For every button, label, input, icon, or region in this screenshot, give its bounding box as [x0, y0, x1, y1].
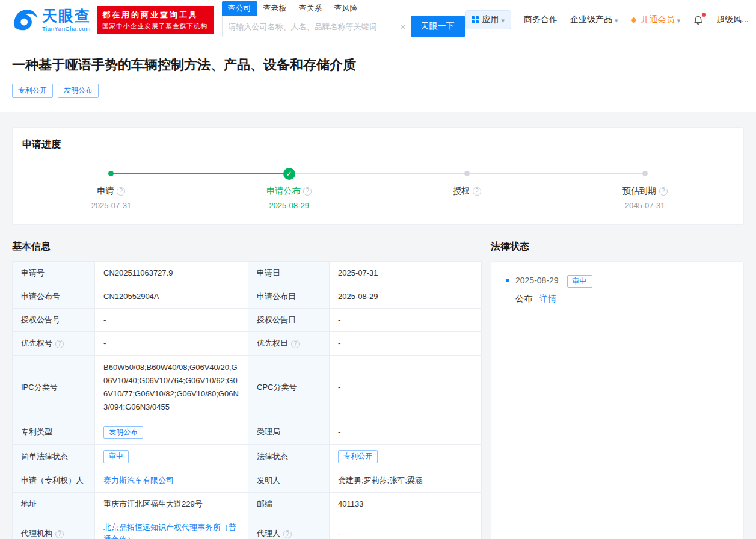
ipc-classification-value: B60W50/08;B60W40/08;G06V40/20;G06V10/40;…: [103, 363, 239, 411]
nav-enterprise[interactable]: 企业级产品: [570, 14, 618, 25]
progress-timeline: 申请 2025-07-31 申请公布 2025-08-29 授权: [22, 168, 734, 210]
table-row: 简单法律状态 审中 法律状态 专利公开: [13, 445, 482, 469]
help-icon[interactable]: [117, 187, 125, 196]
step-date: 2045-07-31: [625, 201, 665, 210]
simple-legal-status-tag: 审中: [103, 450, 129, 463]
table-row: IPC分类号 B60W50/08;B60W40/08;G06V40/20;G06…: [13, 356, 482, 420]
step-label: 预估到期: [622, 186, 656, 197]
step-label: 授权: [453, 186, 470, 197]
nav-apps[interactable]: 应用: [465, 10, 512, 29]
nav-vip-label: 开通会员: [641, 14, 675, 25]
main-content: 基本信息 申请号 CN202511063727.9 申请日 2025-07-31…: [12, 241, 744, 539]
patent-type-tag: 发明公布: [103, 426, 143, 439]
step-date: -: [466, 201, 468, 210]
step-label: 申请公布: [266, 186, 300, 197]
page: { "header": { "logo": { "name": "天眼查", "…: [0, 0, 756, 539]
legal-status-heading: 法律状态: [491, 241, 744, 253]
nav-vip[interactable]: 开通会员: [631, 14, 681, 25]
logo[interactable]: 天眼查 TianYanCha.com: [12, 8, 91, 32]
help-icon[interactable]: [659, 187, 668, 196]
field-value: -: [103, 315, 106, 324]
tianyancha-logo-icon: [12, 8, 38, 32]
basic-info-table: 申请号 CN202511063727.9 申请日 2025-07-31 申请公布…: [12, 261, 482, 539]
applicant-link[interactable]: 赛力斯汽车有限公司: [103, 476, 174, 485]
table-row: 授权公告号 - 授权公告日 -: [13, 308, 482, 331]
tab-search-risk[interactable]: 查风险: [328, 1, 364, 16]
field-value: -: [338, 427, 340, 436]
search-block: 查公司 查老板 查关系 查风险 × 天眼一下: [222, 2, 465, 37]
field-label: 申请公布号: [21, 292, 60, 301]
tab-search-relation[interactable]: 查关系: [293, 1, 328, 16]
inventors-value: 龚建勇;罗莉莎;张军;梁涵: [338, 476, 423, 485]
patent-title-section: 一种基于哑语手势的车辆控制方法、产品、设备和存储介质 专利公开 发明公布: [0, 40, 756, 112]
search-button[interactable]: 天眼一下: [411, 16, 465, 37]
help-icon[interactable]: [55, 530, 64, 538]
help-icon[interactable]: [291, 340, 300, 348]
nav-cooperation[interactable]: 商务合作: [524, 14, 558, 25]
step-label: 申请: [97, 186, 114, 197]
tab-search-company[interactable]: 查公司: [222, 1, 257, 16]
chevron-down-icon: [612, 15, 618, 25]
top-nav: 应用 商务合作 企业级产品 开通会员 超级风...: [465, 10, 749, 29]
table-row: 地址 重庆市江北区福生大道229号 邮编 401133: [13, 492, 482, 516]
tab-search-boss[interactable]: 查老板: [257, 1, 293, 16]
legal-status-tag: 专利公开: [338, 450, 378, 463]
table-row: 优先权号 - 优先权日 -: [13, 332, 482, 356]
field-label: 申请公布日: [257, 292, 296, 301]
help-icon[interactable]: [55, 340, 64, 348]
table-row: 申请公布号 CN120552904A 申请公布日 2025-08-29: [13, 285, 482, 308]
field-value: -: [338, 339, 340, 348]
table-row: 专利类型 发明公布 受理局 -: [13, 420, 482, 445]
postcode-value: 401133: [338, 499, 363, 508]
table-row: 代理机构 北京鼎拓恒远知识产权代理事务所（普通合伙） 代理人 -: [13, 516, 482, 539]
field-value: -: [338, 383, 340, 392]
notification-bell[interactable]: [693, 14, 704, 26]
timeline-connector: [467, 173, 645, 174]
vip-diamond-icon: [631, 16, 638, 23]
help-icon[interactable]: [303, 187, 312, 196]
field-value: -: [338, 529, 340, 538]
field-label: 代理人: [257, 529, 280, 538]
field-label: 授权公告日: [257, 315, 296, 324]
field-label: 代理机构: [21, 529, 52, 538]
field-label: 优先权日: [257, 339, 288, 348]
logo-text: 天眼查: [42, 8, 91, 23]
field-label: 授权公告号: [21, 315, 60, 324]
step-date: 2025-07-31: [91, 201, 132, 210]
search-input[interactable]: [222, 16, 411, 37]
field-value: -: [338, 315, 340, 324]
step-date: 2025-08-29: [269, 201, 309, 210]
clear-icon[interactable]: ×: [401, 22, 406, 32]
timeline-connector: [289, 173, 467, 174]
nav-super-risk[interactable]: 超级风...: [716, 14, 749, 25]
notification-dot: [702, 13, 706, 17]
agency-link[interactable]: 北京鼎拓恒远知识产权代理事务所（普通合伙）: [103, 523, 236, 539]
header: 天眼查 TianYanCha.com 都在用的商业查询工具 国家中小企业发展子基…: [0, 0, 756, 40]
legal-status-card: 2025-08-29 审中 公布 详情: [491, 261, 744, 539]
help-icon[interactable]: [283, 530, 292, 538]
patent-public-tag: 专利公开: [12, 84, 53, 98]
step-dot-pending: [642, 171, 648, 176]
bullet-icon: [506, 279, 509, 282]
field-label: 发明人: [257, 476, 280, 485]
table-row: 申请号 CN202511063727.9 申请日 2025-07-31: [13, 261, 482, 285]
logo-domain: TianYanCha.com: [42, 26, 91, 32]
progress-heading: 申请进度: [22, 138, 734, 151]
search-tabs: 查公司 查老板 查关系 查风险: [222, 2, 465, 16]
step-dot-pending: [464, 171, 470, 176]
title-tags: 专利公开 发明公布: [12, 84, 744, 98]
timeline-step-expiry: 预估到期 2045-07-31: [556, 168, 734, 210]
field-value: CN202511063727.9: [103, 268, 173, 277]
slogan-badge: 都在用的商业查询工具 国家中小企业发展子基金旗下机构: [97, 6, 214, 34]
application-progress-card: 申请进度 申请 2025-07-31 申请公布 2025-08-29: [12, 127, 744, 225]
field-label: 专利类型: [21, 427, 52, 436]
status-tag: 审中: [567, 275, 592, 288]
chevron-down-icon: [499, 15, 505, 25]
badge-line1: 都在用的商业查询工具: [102, 10, 208, 20]
legal-action-label: 公布: [515, 294, 532, 303]
legal-detail-link[interactable]: 详情: [539, 294, 556, 303]
field-value: -: [103, 339, 106, 348]
help-icon[interactable]: [473, 187, 481, 196]
timeline-connector: [111, 173, 289, 174]
nav-enterprise-label: 企业级产品: [570, 14, 612, 25]
